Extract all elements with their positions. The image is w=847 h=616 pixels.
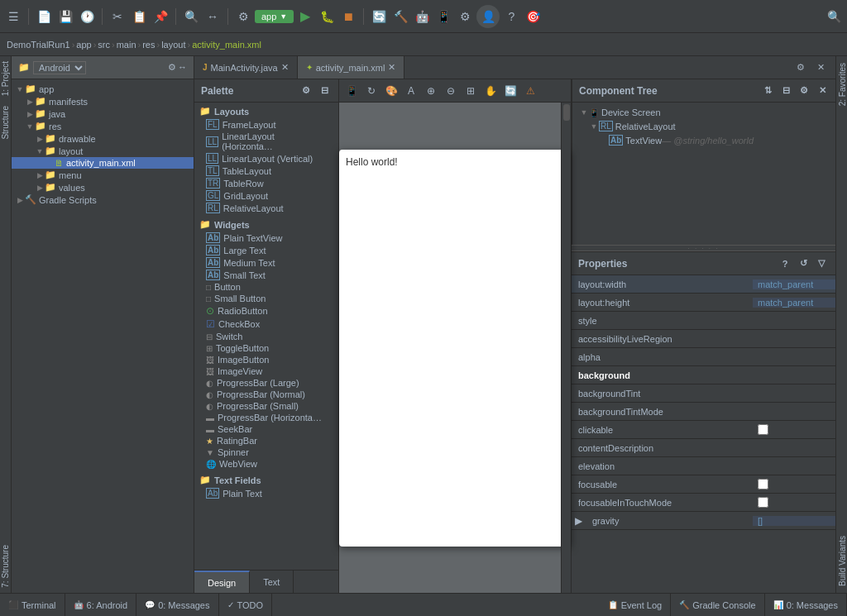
palette-item-progressbar-normal[interactable]: ◐ ProgressBar (Normal) [194,389,338,400]
palette-item-imagebutton[interactable]: 🖼 ImageButton [194,354,338,365]
prop-row-gravity[interactable]: ▶ gravity [] [572,512,835,530]
prop-row-alpha[interactable]: alpha [572,348,835,366]
sdk-icon[interactable]: ⚙ [455,7,475,26]
prop-row-focusable[interactable]: focusable [572,475,835,494]
palette-item-spinner[interactable]: ▼ Spinner [194,446,338,458]
component-item-relativelayout[interactable]: ▼ RL RelativeLayout [572,119,836,133]
tree-item-layout[interactable]: ▼ 📁 layout [12,145,194,157]
replace-icon[interactable]: ↔ [203,7,223,26]
structure2-panel-label[interactable]: 7: Structure [0,540,11,593]
scroll-thumb-preview[interactable] [563,104,570,121]
palette-item-button[interactable]: □ Button [194,281,338,293]
tree-item-gradle[interactable]: ▶ 🔨 Gradle Scripts [12,193,194,206]
preview-rotate-icon[interactable]: ↻ [362,82,380,100]
menu-icon[interactable]: ☰ [3,7,23,26]
help-icon[interactable]: ? [501,7,521,26]
prop-row-background[interactable]: background [572,366,835,384]
tab-activity-xml[interactable]: ✦ activity_main.xml ✕ [298,56,405,79]
palette-item-progressbar-small[interactable]: ◐ ProgressBar (Small) [194,400,338,412]
debug-button[interactable]: 🐛 [317,7,337,26]
breadcrumb-res[interactable]: res [142,40,155,50]
bottom-tab-event-log[interactable]: 📋 Event Log [600,594,672,616]
palette-item-tablerow[interactable]: TR TableRow [194,177,338,189]
app-run-dropdown[interactable]: app ▼ [255,10,294,23]
props-help-icon[interactable]: ? [778,256,792,271]
palette-item-tablelayout[interactable]: TL TableLayout [194,165,338,177]
palette-item-medium-text[interactable]: Ab Medium Text [194,256,338,269]
avd-icon[interactable]: 📱 [433,7,453,26]
preview-fit-icon[interactable]: ⊞ [462,82,480,100]
project-panel-label[interactable]: 1: Project [0,56,11,101]
palette-item-imageview[interactable]: 🖼 ImageView [194,365,338,377]
breadcrumb-src[interactable]: src [98,40,110,50]
palette-section-textfields-header[interactable]: 📁 Text Fields [194,473,338,487]
preview-zoom-out-icon[interactable]: ⊖ [442,82,460,100]
studio-icon[interactable]: 🎯 [523,7,543,26]
preview-refresh-icon[interactable]: 🔄 [501,82,519,100]
build-variants-panel-label[interactable]: Build Variants [836,529,847,593]
prop-row-content-desc[interactable]: contentDescription [572,439,835,457]
prop-row-accessibility[interactable]: accessibilityLiveRegion [572,330,835,348]
search-top-icon[interactable]: 🔍 [824,7,844,26]
preview-theme-icon[interactable]: 🎨 [382,82,400,100]
tree-item-menu[interactable]: ▶ 📁 menu [12,169,194,181]
focusable-touch-checkbox[interactable] [758,497,768,508]
breadcrumb-app[interactable]: app [76,40,91,50]
palette-section-layouts-header[interactable]: 📁 Layouts [194,104,338,118]
paste-icon[interactable]: 📌 [151,7,170,26]
palette-item-ratingbar[interactable]: ★ RatingBar [194,435,338,446]
palette-item-relativelayout[interactable]: RL RelativeLayout [194,202,338,214]
preview-zoom-in-icon[interactable]: ⊕ [422,82,440,100]
focusable-checkbox[interactable] [758,479,768,489]
cut-icon[interactable]: ✂ [108,7,127,26]
design-tab[interactable]: Design [194,571,250,593]
palette-item-large-text[interactable]: Ab Large Text [194,244,338,256]
breadcrumb-demo[interactable]: DemoTrialRun1 [7,40,70,50]
bottom-tab-gradle-console[interactable]: 🔨 Gradle Console [671,594,764,616]
prop-row-focusable-touch[interactable]: focusableInTouchMode [572,494,835,512]
project-gear-icon[interactable]: ⚙ [168,62,176,73]
palette-item-small-text[interactable]: Ab Small Text [194,269,338,281]
props-reset-icon[interactable]: ↺ [796,256,811,271]
bottom-tab-memory-monitor[interactable]: 📊 0: Messages [765,594,847,616]
ct-layout-icon[interactable]: ⊟ [778,84,793,98]
palette-item-seekbar[interactable]: ▬ SeekBar [194,423,338,435]
component-item-device-screen[interactable]: ▼ 📱 Device Screen [572,106,836,119]
tab-activity-xml-close[interactable]: ✕ [388,62,395,73]
prop-row-style[interactable]: style [572,312,835,330]
project-expand-icon[interactable]: ↔ [178,62,187,73]
palette-item-linearlayout-h[interactable]: LL LinearLayout (Horizonta… [194,131,338,152]
props-filter-icon[interactable]: ▽ [814,256,829,271]
tree-item-activity-main[interactable]: 🗎 activity_main.xml [12,157,194,169]
prop-row-background-tint[interactable]: backgroundTint [572,384,835,403]
find-icon[interactable]: 🔍 [181,7,201,26]
ct-close-icon[interactable]: ✕ [815,84,830,98]
tree-item-drawable[interactable]: ▶ 📁 drawable [12,132,194,145]
prop-row-background-tint-mode[interactable]: backgroundTintMode [572,403,835,421]
preview-pan-icon[interactable]: ✋ [481,82,500,100]
palette-item-linearlayout-v[interactable]: LL LinearLayout (Vertical) [194,152,338,165]
tree-item-java[interactable]: ▶ 📁 java [12,107,194,120]
copy-icon[interactable]: 📋 [129,7,149,26]
history-icon[interactable]: 🕐 [77,7,97,26]
clickable-checkbox[interactable] [758,424,768,435]
breadcrumb-main[interactable]: main [117,40,136,50]
palette-item-webview[interactable]: 🌐 WebView [194,458,338,470]
tab-main-activity-close[interactable]: ✕ [281,62,289,73]
gradle-icon[interactable]: 🔨 [390,7,410,26]
new-file-icon[interactable]: 📄 [34,7,54,26]
bottom-tab-messages[interactable]: 💬 0: Messages [136,594,218,616]
tree-item-res[interactable]: ▼ 📁 res [12,120,194,132]
sync-icon[interactable]: 🔄 [369,7,389,26]
profile-icon[interactable]: 👤 [476,5,500,28]
structure-panel-label[interactable]: Structure [0,101,11,145]
prop-row-layout-height[interactable]: layout:height match_parent [572,294,835,312]
palette-item-radiobutton[interactable]: ⊙ RadioButton [194,304,338,318]
run-button[interactable]: ▶ [295,7,315,26]
tab-main-activity[interactable]: J MainActivity.java ✕ [194,56,298,79]
prop-row-layout-width[interactable]: layout:width match_parent [572,275,835,294]
stop-button[interactable]: ⏹ [338,7,358,26]
tree-item-values[interactable]: ▶ 📁 values [12,181,194,193]
editor-close-icon[interactable]: ✕ [812,60,829,76]
bottom-tab-android[interactable]: 🤖 6: Android [65,594,137,616]
